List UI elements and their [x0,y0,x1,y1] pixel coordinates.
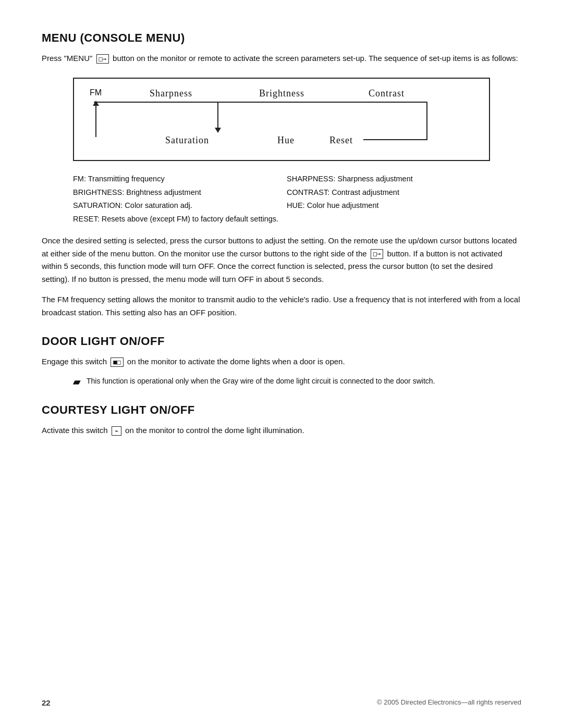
menu-body2: The FM frequency setting allows the moni… [42,293,521,319]
door-note-box: ▰ This function is operational only when… [73,376,521,388]
def-brightness: BRIGHTNESS: Brightness adjustment [73,187,276,199]
def-fm: FM: Transmitting frequency [73,174,276,185]
diag-saturation-label: Saturation [165,135,209,146]
menu-section: MENU (CONSOLE MENU) Press "MENU" □→ butt… [42,31,521,319]
menu-title: MENU (CONSOLE MENU) [42,31,521,45]
definitions-table: FM: Transmitting frequency SHARPNESS: Sh… [73,174,490,225]
page-number: 22 [42,698,51,707]
door-switch-icon: ■□ [111,357,123,367]
courtesy-switch-icon: ⌁ [112,426,121,436]
diag-brightness-label: Brightness [259,88,304,99]
courtesy-title: COURTESY LIGHT ON/OFF [42,403,521,417]
diag-contrast-label: Contrast [369,88,405,99]
arrow-up [93,101,99,137]
arrow-down [215,102,221,133]
note-bullet: ▰ [73,376,80,388]
diag-hue-label: Hue [277,135,295,146]
right-connector-line [426,102,427,140]
door-section: DOOR LIGHT ON/OFF Engage this switch ■□ … [42,335,521,388]
def-sharpness: SHARPNESS: Sharpness adjustment [287,174,490,185]
footer: 22 © 2005 Directed Electronics—all right… [42,698,521,707]
courtesy-body: Activate this switch ⌁ on the monitor to… [42,424,521,437]
def-hue: HUE: Color hue adjustment [287,200,490,212]
def-reset: RESET: Resets above (except FM) to facto… [73,214,490,225]
diag-reset-label: Reset [329,135,353,146]
bottom-connector-line [363,139,427,140]
door-note-text: This function is operational only when t… [87,376,435,387]
courtesy-section: COURTESY LIGHT ON/OFF Activate this swit… [42,403,521,437]
door-title: DOOR LIGHT ON/OFF [42,335,521,348]
door-body: Engage this switch ■□ on the monitor to … [42,355,521,368]
menu-diagram: FM Sharpness Brightness Contrast Saturat… [73,78,490,161]
diag-fm-label: FM [90,88,102,97]
def-saturation: SATURATION: Color saturation adj. [73,200,276,212]
cursor-icon: □→ [371,249,383,258]
menu-intro: Press "MENU" □→ button on the monitor or… [42,52,521,65]
top-connector-line [94,102,427,103]
def-contrast: CONTRAST: Contrast adjustment [287,187,490,199]
diag-sharpness-label: Sharpness [150,88,192,99]
menu-body1: Once the desired setting is selected, pr… [42,235,521,286]
copyright-text: © 2005 Directed Electronics—all rights r… [377,698,521,707]
menu-icon: □→ [96,54,109,64]
